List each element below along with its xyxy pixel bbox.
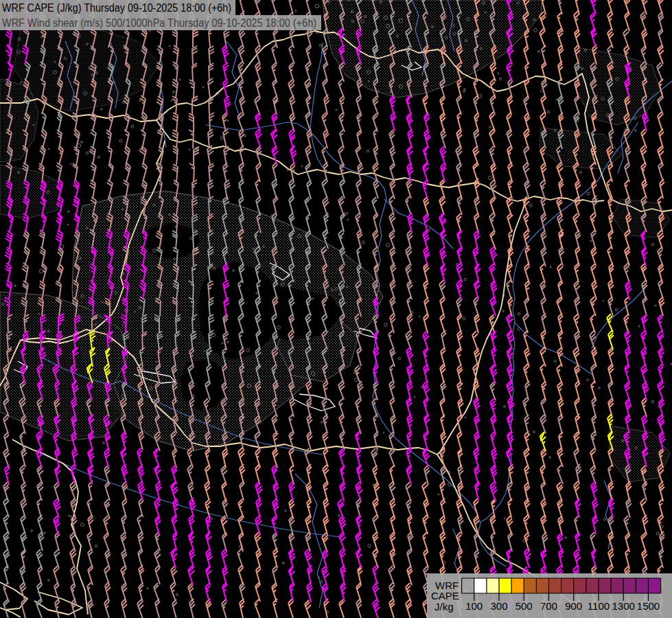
svg-text:700: 700	[540, 600, 557, 612]
svg-text:CAPE: CAPE	[431, 590, 459, 602]
svg-text:WRF Wind shear (m/s) 500/1000h: WRF Wind shear (m/s) 500/1000hPa Thursda…	[2, 17, 316, 29]
svg-text:900: 900	[565, 600, 582, 612]
svg-text:WRF CAPE (J/kg) Thursday 09-10: WRF CAPE (J/kg) Thursday 09-10-2025 18:0…	[2, 2, 231, 14]
svg-text:500: 500	[515, 600, 533, 612]
svg-text:300: 300	[490, 600, 507, 612]
svg-text:1300: 1300	[612, 600, 635, 612]
svg-text:1100: 1100	[588, 600, 610, 612]
svg-text:1500: 1500	[637, 600, 660, 612]
svg-text:100: 100	[465, 600, 483, 612]
svg-text:J/kg: J/kg	[435, 601, 454, 613]
